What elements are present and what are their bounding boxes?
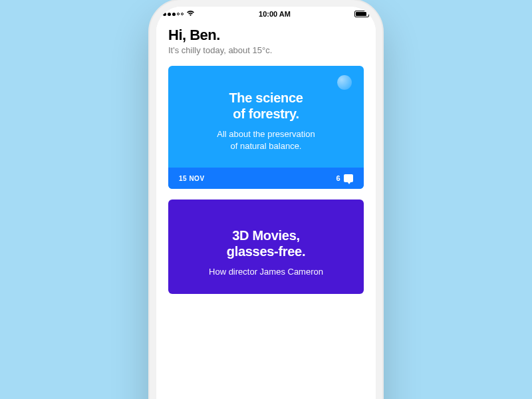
card-date: 15 NOV [179,175,205,182]
status-time: 10:00 AM [259,10,291,18]
card-subtitle-line1: All about the preservation [217,129,315,139]
battery-icon [354,11,369,17]
card-title-line1: The science [229,90,303,105]
card-subtitle: All about the preservation of natural ba… [183,128,349,152]
greeting-title: Hi, Ben. [168,27,364,44]
card-title-line1: 3D Movies, [232,228,299,243]
unread-indicator-icon [337,75,352,90]
card-title-line2: glasses-free. [227,244,305,259]
phone-frame: 10:00 AM Hi, Ben. It's chilly today, abo… [150,0,382,399]
phone-screen: 10:00 AM Hi, Ben. It's chilly today, abo… [156,7,376,399]
wifi-icon [186,10,195,18]
article-card-forestry[interactable]: The science of forestry. All about the p… [168,66,364,189]
signal-strength-icon [163,13,184,16]
greeting-subtitle: It's chilly today, about 15°c. [168,45,364,55]
card-subtitle: How director James Cameron [183,266,349,278]
card-subtitle-line1: How director James Cameron [209,267,323,277]
comment-count: 6 [336,174,340,182]
status-left [163,10,195,18]
card-body: The science of forestry. All about the p… [168,66,364,168]
card-title-line2: of forestry. [233,106,299,121]
article-card-3d-movies[interactable]: 3D Movies, glasses-free. How director Ja… [168,200,364,294]
card-body: 3D Movies, glasses-free. How director Ja… [168,200,364,294]
status-right [354,11,369,17]
card-footer: 15 NOV 6 [168,168,364,189]
comment-icon [344,174,353,182]
card-title: 3D Movies, glasses-free. [183,227,349,259]
feed-scroll[interactable]: Hi, Ben. It's chilly today, about 15°c. … [156,21,376,399]
card-title: The science of forestry. [183,90,349,122]
card-subtitle-line2: of natural balance. [231,141,302,151]
greeting-block: Hi, Ben. It's chilly today, about 15°c. [168,27,364,55]
card-comments[interactable]: 6 [336,174,353,182]
status-bar: 10:00 AM [156,7,376,21]
